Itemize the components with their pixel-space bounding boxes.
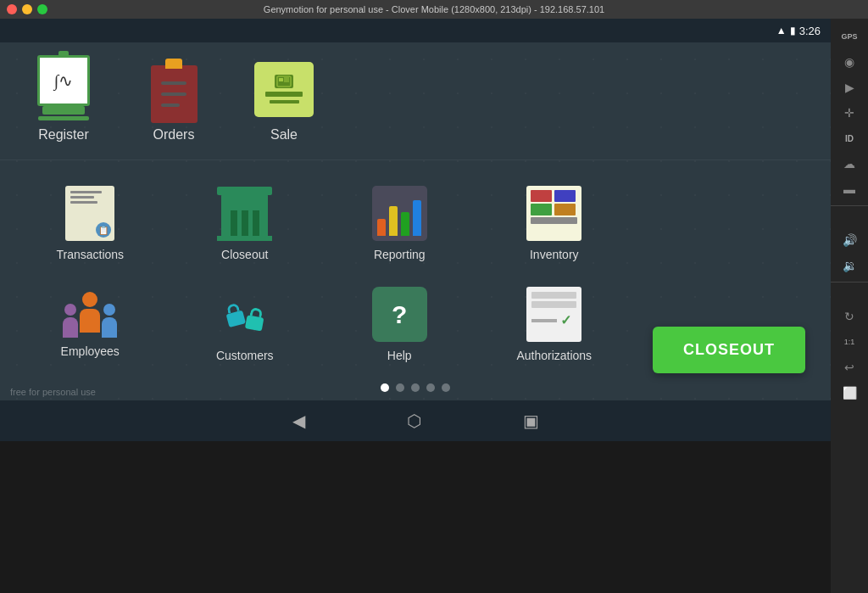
sale-chip [275,75,293,88]
closeout-col-3 [253,210,259,236]
register-signature: ∫∿ [54,70,73,91]
back-nav-icon[interactable]: ↩ [837,358,862,377]
trans-line-3 [70,201,97,204]
id-icon: ID [837,129,862,148]
page-dot-3[interactable] [411,383,420,392]
status-bar: ▲ ▮ 3:26 [0,19,831,42]
svg-rect-1 [279,78,283,81]
content-area: ∫∿ Register [0,42,831,441]
sale-icon-container [254,59,314,119]
volume-down-icon[interactable]: 🔉 [837,256,862,275]
auth-line-3 [531,319,557,322]
reporting-label: Reporting [374,248,426,261]
page-dot-5[interactable] [442,383,450,392]
register-stand [42,106,85,115]
orders-clip [165,59,182,69]
sale-label: Sale [270,127,298,143]
top-apps-section: ∫∿ Register [0,42,831,160]
closeout-col-1 [231,210,237,236]
pagination [17,371,814,400]
register-icon: ∫∿ [34,55,93,123]
closeout-label: Closeout [221,248,268,261]
transactions-icon: 📋 [65,186,114,241]
home-button[interactable]: ⬡ [407,411,421,431]
help-app[interactable]: ? Help [326,278,473,371]
sale-app[interactable]: Sale [254,59,314,143]
inv-row-2 [531,204,577,215]
volume-up-icon[interactable]: 🔊 [837,231,862,249]
register-base [38,116,89,120]
window-icon[interactable]: ⬜ [837,383,862,402]
inventory-icon [526,186,581,241]
report-bar-4 [413,200,421,236]
wifi-icon: ▲ [776,25,787,36]
orders-app[interactable]: Orders [144,59,203,143]
closeout-building [221,193,268,236]
title-bar: Genymotion for personal use - Clover Mob… [0,0,868,19]
transactions-badge: 📋 [96,222,111,238]
report-bar-2 [389,206,398,236]
android-screen: ▲ ▮ 3:26 ∫∿ Register [0,19,831,593]
sale-stripe-2 [270,100,299,103]
register-label: Register [38,127,89,143]
emp-head-3 [103,304,115,316]
closeout-app[interactable]: Closeout [172,177,319,270]
inv-block-5 [531,217,577,224]
close-button[interactable] [7,4,17,14]
status-icons: ▲ ▮ 3:26 [776,25,821,37]
register-app[interactable]: ∫∿ Register [34,59,93,143]
inv-block-2 [554,190,576,202]
customers-app[interactable]: Customers [172,278,319,371]
emp-body-3 [102,317,117,338]
auth-check-row: ✓ [531,312,576,328]
trans-line-1 [70,191,102,193]
battery-icon: ▮ [790,25,796,36]
nav-bar: ◀ ⬡ ▣ [0,400,831,441]
sale-stripe-1 [265,92,303,97]
page-dot-2[interactable] [396,383,404,392]
window-controls[interactable] [7,4,47,14]
help-icon: ? [372,287,427,342]
authorizations-label: Authorizations [516,349,592,362]
inv-row-3 [531,217,577,224]
page-dot-4[interactable] [426,383,435,392]
reporting-app[interactable]: Reporting [326,177,473,270]
device-sidebar: GPS ◉ ▶ ✛ ID ☁ ▬ 🔊 🔉 ↻ 1:1 ↩ ⬜ [831,19,868,593]
closeout-col-2 [242,210,248,236]
back-button[interactable]: ◀ [292,411,305,431]
transactions-app[interactable]: 📋 Transactions [17,177,164,270]
orders-clipboard [151,65,198,123]
authorizations-icon: ✓ [526,287,581,342]
emp-person-1 [63,304,78,338]
inv-block-3 [531,204,552,215]
media-icon: ▶ [837,78,862,97]
closeout-icon [220,186,270,241]
dpad-icon: ✛ [837,103,862,122]
orders-line-3 [161,103,180,107]
recents-button[interactable]: ▣ [523,411,539,431]
inventory-app[interactable]: Inventory [481,177,628,270]
reporting-icon [372,186,427,241]
employees-app[interactable]: Employees [17,278,164,371]
auth-checkmark: ✓ [560,312,571,328]
lock-2 [245,306,265,331]
gps-label: GPS [837,27,862,46]
window-title: Genymotion for personal use - Clover Mob… [264,4,604,14]
auth-line-2 [531,301,576,308]
closeout-cta-button[interactable]: CLOSEOUT [653,327,805,373]
rotate-icon[interactable]: ↻ [837,307,862,326]
report-bar-1 [377,219,386,236]
lock-1 [224,301,246,327]
orders-icon-container [144,59,203,119]
authorizations-app[interactable]: ✓ Authorizations [481,278,628,371]
divider-2 [831,282,868,300]
orders-label: Orders [153,127,195,143]
watermark: free for personal use [10,387,96,397]
maximize-button[interactable] [37,4,47,14]
page-dot-1[interactable] [381,383,389,392]
minimize-button[interactable] [22,4,32,14]
apps-grid: 📋 Transactions [17,177,627,371]
zoom-icon: 1:1 [837,333,862,351]
divider-1 [831,205,868,224]
closeout-roof [217,187,272,195]
